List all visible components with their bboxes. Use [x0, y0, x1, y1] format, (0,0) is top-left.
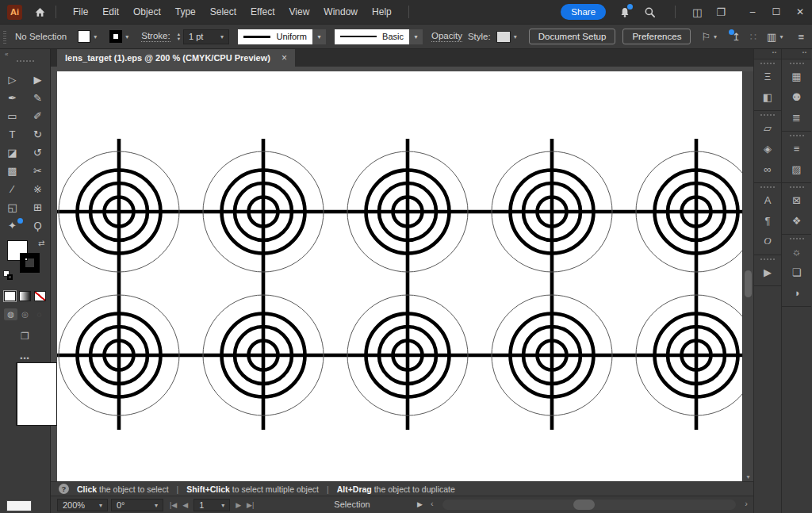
- panel-grip[interactable]: [790, 135, 804, 136]
- tools-panel-header[interactable]: «: [0, 49, 50, 68]
- eraser-tool[interactable]: ◪: [2, 144, 23, 161]
- dock-header[interactable]: ▪▪: [754, 49, 781, 59]
- selection-tool[interactable]: ▷: [2, 71, 23, 88]
- chevron-down-icon[interactable]: ▾: [409, 29, 423, 44]
- menu-window[interactable]: Window: [316, 0, 365, 24]
- stroke-panel-icon[interactable]: ≡: [782, 138, 811, 159]
- menu-edit[interactable]: Edit: [95, 0, 126, 24]
- horizontal-scrollbar[interactable]: [442, 500, 736, 510]
- none-chip[interactable]: [34, 291, 46, 301]
- chevron-down-icon[interactable]: ▾: [714, 33, 717, 40]
- tab-close-icon[interactable]: ×: [282, 52, 287, 63]
- actions-panel-icon[interactable]: ▶: [754, 262, 781, 282]
- chevron-down-icon[interactable]: ▾: [94, 33, 97, 40]
- transparency-panel-icon[interactable]: ◑: [782, 282, 811, 303]
- last-artboard-icon[interactable]: ▶|: [247, 501, 254, 509]
- minimize-button[interactable]: –: [741, 0, 764, 24]
- search-icon[interactable]: [644, 6, 656, 18]
- lasso-tool[interactable]: ↺: [28, 144, 48, 161]
- adjustments-panel-icon[interactable]: ≣: [782, 107, 811, 128]
- direct-selection-tool[interactable]: ▶: [28, 71, 48, 88]
- menu-view[interactable]: View: [282, 0, 317, 24]
- targets-svg[interactable]: [57, 71, 742, 481]
- draw-inside-icon[interactable]: ◌: [33, 308, 46, 320]
- image-trace-panel-icon[interactable]: ⊠: [782, 190, 811, 210]
- color-panel-icon[interactable]: ⚉: [782, 86, 811, 107]
- menu-help[interactable]: Help: [365, 0, 399, 24]
- gradient-chip[interactable]: [19, 291, 31, 301]
- align-panel-icon[interactable]: Ξ: [754, 66, 781, 86]
- horizontal-scrollbar-thumb[interactable]: [573, 500, 595, 510]
- stroke-label[interactable]: Stroke:: [141, 31, 170, 42]
- opacity-label[interactable]: Opacity: [431, 31, 462, 42]
- eyedropper-tool[interactable]: ∕: [2, 181, 23, 197]
- select-similar-icon[interactable]: ⚐: [701, 32, 710, 42]
- controlbar-menu-icon[interactable]: ≡: [798, 32, 804, 42]
- transform-panel-icon[interactable]: ▱: [754, 117, 781, 138]
- width-tool[interactable]: ✂: [28, 163, 48, 179]
- paragraph-panel-icon[interactable]: ¶: [754, 210, 781, 231]
- draw-behind-icon[interactable]: ◎: [18, 308, 32, 320]
- generative-tool[interactable]: ✦: [2, 217, 23, 234]
- gradient-panel-icon[interactable]: ▨: [782, 159, 811, 179]
- appearance-panel-icon[interactable]: ☼: [782, 241, 811, 262]
- stroke-weight-stepper[interactable]: ▴ ▾: [178, 32, 180, 41]
- symbols-panel-icon[interactable]: ❖: [782, 210, 811, 231]
- workspace-switcher-icon[interactable]: ◫: [692, 6, 702, 18]
- dock-header[interactable]: ▪▪: [782, 49, 811, 59]
- brush-definition-dropdown[interactable]: Basic ▾: [335, 29, 423, 44]
- paintbrush-tool[interactable]: ✐: [28, 108, 48, 124]
- menu-effect[interactable]: Effect: [243, 0, 282, 24]
- scroll-right-icon[interactable]: ›: [745, 499, 748, 508]
- panel-grip[interactable]: [17, 60, 34, 62]
- stroke-proxy-swatch[interactable]: [20, 253, 40, 273]
- chevron-down-icon[interactable]: ▾: [312, 29, 326, 44]
- gradient-tool[interactable]: ▩: [2, 163, 23, 179]
- character-panel-icon[interactable]: A: [754, 190, 781, 210]
- links-panel-icon[interactable]: ∞: [754, 159, 781, 179]
- controlbar-grip[interactable]: [3, 29, 6, 44]
- chevron-down-icon[interactable]: ▾: [514, 33, 517, 40]
- pen-tool[interactable]: ✒: [2, 90, 23, 106]
- panel-grip[interactable]: [790, 63, 804, 64]
- share-button[interactable]: Share: [561, 4, 606, 20]
- first-artboard-icon[interactable]: |◀: [170, 501, 177, 509]
- artboards-panel-icon[interactable]: ▦: [782, 66, 811, 86]
- graphic-style-swatch[interactable]: [496, 31, 511, 43]
- stroke-color-swatch[interactable]: [109, 30, 122, 43]
- vertical-scrollbar[interactable]: ▾: [742, 71, 753, 481]
- preferences-button[interactable]: Preferences: [622, 29, 691, 44]
- panel-grip[interactable]: [790, 186, 804, 188]
- rectangle-tool[interactable]: ▭: [2, 108, 23, 124]
- curvature-tool[interactable]: ✎: [28, 90, 48, 106]
- screen-mode-icon[interactable]: ❐: [0, 331, 50, 342]
- layers-panel-icon[interactable]: ◈: [754, 138, 781, 159]
- collapse-panel-icon[interactable]: «: [5, 51, 8, 58]
- notifications-bell-icon[interactable]: [619, 6, 630, 18]
- stroke-weight-field[interactable]: 1 pt ▾: [183, 29, 229, 44]
- menu-file[interactable]: File: [66, 0, 95, 24]
- document-setup-button[interactable]: Document Setup: [529, 29, 616, 44]
- type-tool[interactable]: T: [2, 126, 23, 143]
- maximize-button[interactable]: ☐: [764, 0, 788, 24]
- zoom-level-dropdown[interactable]: 200% ▾: [57, 499, 108, 511]
- swap-fill-stroke-icon[interactable]: ⇄: [38, 239, 44, 247]
- artboard-tool[interactable]: ⊞: [28, 199, 48, 216]
- menu-object[interactable]: Object: [126, 0, 168, 24]
- panel-grip[interactable]: [760, 258, 775, 260]
- variable-width-profile-dropdown[interactable]: Uniform ▾: [238, 29, 326, 44]
- zoom-tool[interactable]: Ϙ: [28, 217, 48, 234]
- stepper-down-icon[interactable]: ▾: [178, 36, 180, 41]
- document-tab[interactable]: lens_target (1).eps @ 200 % (CMYK/CPU Pr…: [57, 49, 295, 67]
- pathfinder-panel-icon[interactable]: ◧: [754, 86, 781, 107]
- artboard[interactable]: [57, 71, 742, 481]
- chevron-down-icon[interactable]: ▾: [125, 33, 128, 40]
- status-flyout-icon[interactable]: ▶: [417, 500, 423, 508]
- panel-grip[interactable]: [760, 63, 775, 64]
- vertical-scrollbar-thumb[interactable]: [745, 270, 752, 297]
- scroll-left-icon[interactable]: ‹: [431, 499, 434, 508]
- share-document-icon[interactable]: ↥: [732, 32, 741, 42]
- libraries-panel-icon[interactable]: ❏: [782, 262, 811, 282]
- next-artboard-icon[interactable]: ▶: [236, 501, 241, 509]
- shape-builder-tool[interactable]: ◱: [2, 199, 23, 216]
